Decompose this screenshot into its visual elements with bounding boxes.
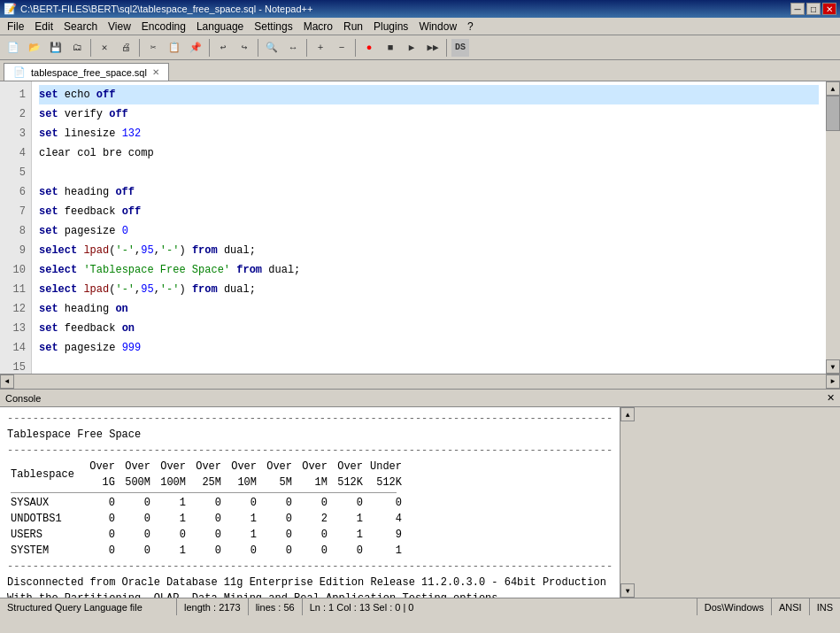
macro-play-button[interactable]: ▶	[402, 38, 421, 58]
menu-edit[interactable]: Edit	[29, 19, 58, 35]
menu-view[interactable]: View	[103, 19, 136, 35]
new-button[interactable]: 📄	[4, 38, 23, 58]
find-button[interactable]: 🔍	[262, 38, 281, 58]
code-line-10: select 'Tablespace Free Space' from dual…	[39, 260, 819, 280]
code-line-1: set echo off	[39, 85, 819, 104]
col-header-under512k: Under512K	[366, 459, 405, 490]
cell-val: 0	[189, 495, 225, 511]
menu-window[interactable]: Window	[413, 19, 462, 35]
scroll-up-arrow[interactable]: ▲	[826, 81, 840, 96]
cell-val: 1	[154, 511, 189, 527]
save-all-button[interactable]: 🗂	[67, 38, 87, 58]
table-row: SYSAUX 0 0 1 0 0 0 0 0 0	[7, 495, 405, 511]
status-length: length : 2173	[177, 598, 249, 615]
cell-ts: USERS	[7, 527, 83, 543]
editor-tab[interactable]: 📄 tablespace_free_space.sql ✕	[4, 63, 169, 81]
console-scroll-down[interactable]: ▼	[620, 583, 635, 598]
console-close-icon[interactable]: ✕	[827, 392, 835, 404]
code-line-11: select lpad('-',95,'-') from dual;	[39, 280, 819, 299]
menu-settings[interactable]: Settings	[249, 19, 297, 35]
console-scrollbar[interactable]: ▲ ▼	[620, 407, 634, 598]
scroll-thumb[interactable]	[826, 96, 840, 131]
col-header-tablespace: Tablespace	[7, 459, 83, 490]
cell-val: 0	[119, 527, 154, 543]
toolbar-sep4	[258, 39, 258, 57]
menu-help[interactable]: ?	[462, 19, 479, 35]
editor-scrollbar[interactable]: ▲ ▼	[826, 81, 840, 374]
line-number: 9	[5, 241, 26, 260]
status-file-type: Structured Query Language file	[0, 598, 177, 615]
toolbar-sep5	[306, 39, 307, 57]
console-sep2: ----------------------------------------…	[7, 443, 613, 459]
horizontal-scrollbar[interactable]: ◄ ►	[0, 374, 840, 388]
cell-val: 0	[296, 543, 331, 559]
scroll-down-arrow[interactable]: ▼	[826, 359, 840, 374]
code-line-7: set feedback off	[39, 202, 819, 221]
console-scroll-up[interactable]: ▲	[620, 407, 635, 421]
redo-button[interactable]: ↪	[235, 38, 254, 58]
macro-rec-button[interactable]: ●	[359, 38, 379, 58]
line-number: 15	[5, 358, 26, 374]
line-number: 14	[5, 338, 26, 358]
cell-val: 0	[189, 511, 225, 527]
print-button[interactable]: 🖨	[116, 38, 135, 58]
console-scroll-track[interactable]	[620, 421, 634, 583]
console-body[interactable]: ----------------------------------------…	[0, 407, 620, 598]
code-line-6: set heading off	[39, 182, 819, 202]
menu-macro[interactable]: Macro	[298, 19, 338, 35]
menu-search[interactable]: Search	[58, 19, 103, 35]
scroll-left-arrow[interactable]: ◄	[0, 374, 14, 389]
cut-button[interactable]: ✂	[143, 38, 163, 58]
toolbar-sep6	[355, 39, 356, 57]
title-bar-controls[interactable]: ─ □ ✕	[790, 3, 836, 15]
minimize-button[interactable]: ─	[790, 3, 805, 15]
replace-button[interactable]: ↔	[283, 38, 303, 58]
console-title: Console	[5, 393, 41, 404]
menu-plugins[interactable]: Plugins	[368, 19, 413, 35]
cell-val: 1	[225, 527, 260, 543]
status-position: Ln : 1 Col : 13 Sel : 0 | 0	[303, 598, 697, 615]
macro-stop-button[interactable]: ■	[381, 38, 400, 58]
ds-button[interactable]: DS	[451, 38, 470, 58]
undo-button[interactable]: ↩	[213, 38, 233, 58]
line-number: 6	[5, 182, 26, 202]
cell-ts: SYSAUX	[7, 495, 83, 511]
toolbar-sep7	[446, 39, 447, 57]
menu-language[interactable]: Language	[191, 19, 249, 35]
h-scroll-track[interactable]	[14, 374, 826, 389]
close-button[interactable]: ✕	[95, 38, 114, 58]
code-line-9: select lpad('-',95,'-') from dual;	[39, 241, 819, 260]
col-header-over500m: Over500M	[119, 459, 154, 490]
cell-val: 9	[366, 527, 405, 543]
code-line-14: set pagesize 999	[39, 338, 819, 358]
zoom-out-button[interactable]: −	[332, 38, 351, 58]
zoom-in-button[interactable]: +	[311, 38, 330, 58]
tab-close-button[interactable]: ✕	[152, 67, 159, 77]
scroll-track[interactable]	[826, 131, 840, 359]
cell-val: 0	[83, 495, 119, 511]
macro-save-button[interactable]: ▶▶	[423, 38, 443, 58]
cell-val: 0	[189, 527, 225, 543]
code-line-12: set heading on	[39, 299, 819, 319]
open-button[interactable]: 📂	[25, 38, 44, 58]
cell-val: 0	[83, 543, 119, 559]
code-editor[interactable]: set echo off set verify off set linesize…	[32, 81, 826, 374]
code-line-4: clear col bre comp	[39, 143, 819, 163]
copy-button[interactable]: 📋	[165, 38, 184, 58]
cell-val: 0	[260, 495, 296, 511]
maximize-button[interactable]: □	[806, 3, 821, 15]
console-disconnected1: Disconnected from Oracle Database 11g En…	[7, 575, 613, 591]
menu-file[interactable]: File	[2, 19, 29, 35]
col-header-over5m: Over5M	[260, 459, 296, 490]
status-charset: ANSI	[772, 598, 810, 615]
menu-encoding[interactable]: Encoding	[136, 19, 191, 35]
menu-run[interactable]: Run	[338, 19, 368, 35]
paste-button[interactable]: 📌	[186, 38, 205, 58]
close-button[interactable]: ✕	[822, 3, 836, 15]
scroll-right-arrow[interactable]: ►	[826, 374, 840, 389]
table-row: USERS 0 0 0 0 1 0 0 1 9	[7, 527, 405, 543]
code-line-15	[39, 358, 819, 374]
cell-val: 0	[260, 527, 296, 543]
save-button[interactable]: 💾	[46, 38, 66, 58]
console-disconnected2: With the Partitioning, OLAP, Data Mining…	[7, 591, 613, 598]
